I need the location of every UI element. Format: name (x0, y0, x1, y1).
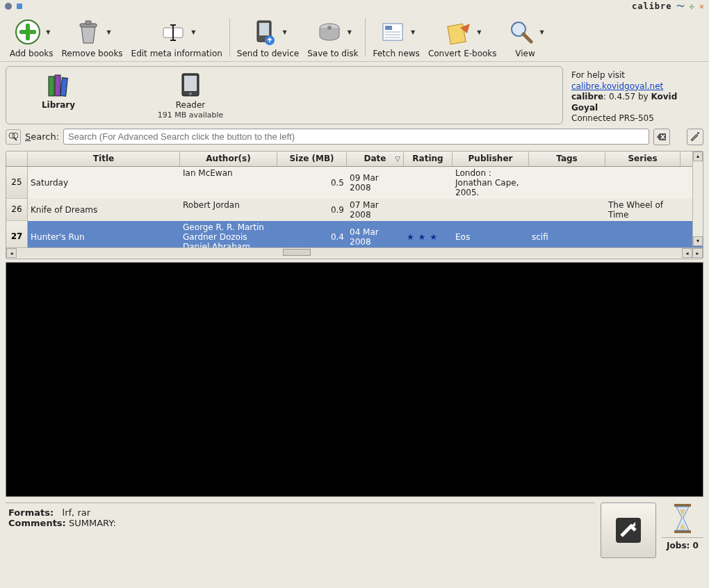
scroll-thumb[interactable] (283, 249, 311, 256)
cell-date: 07 Mar 2008 (347, 199, 404, 221)
chevron-down-icon[interactable]: ▼ (282, 29, 286, 35)
location-library[interactable]: Library (13, 71, 104, 121)
chevron-down-icon[interactable]: ▼ (348, 29, 352, 35)
edit-meta-button[interactable]: ▼ Edit meta information (127, 15, 227, 58)
jobs-panel[interactable]: Jobs: 0 (662, 503, 703, 550)
table-hscroll[interactable]: ◂ ◂ ▸ (6, 247, 703, 259)
convert-button[interactable]: ▼ Convert E-books (424, 15, 501, 58)
toolbar-separator (365, 18, 366, 57)
fetch-news-button[interactable]: ▼ Fetch news (368, 15, 423, 58)
svg-rect-36 (674, 530, 691, 533)
svg-rect-4 (19, 30, 36, 34)
svg-rect-1 (17, 3, 22, 9)
svg-rect-25 (55, 75, 60, 96)
svg-rect-12 (259, 23, 269, 35)
col-rating[interactable]: Rating (404, 152, 453, 166)
col-rownum[interactable] (6, 152, 28, 166)
svg-rect-6 (85, 21, 91, 24)
col-tags[interactable]: Tags (529, 152, 605, 166)
scroll-up-icon[interactable]: ▴ (693, 152, 703, 161)
scroll-left2-icon[interactable]: ◂ (682, 248, 692, 258)
jobs-label: Jobs: 0 (662, 537, 703, 550)
chevron-down-icon[interactable]: ▼ (411, 29, 415, 35)
table-vscroll[interactable]: ▴ ▾ (692, 152, 703, 246)
row-number: 25 (6, 167, 28, 199)
svg-rect-35 (674, 504, 691, 507)
hourglass-icon (670, 503, 695, 534)
scroll-down-icon[interactable]: ▾ (693, 236, 703, 246)
chevron-down-icon[interactable]: ▼ (106, 29, 111, 35)
cell-publisher: London : Jonathan Cape, 2005. (453, 167, 529, 199)
table-row[interactable]: 26Knife of DreamsRobert Jordan0.907 Mar … (6, 199, 703, 221)
scroll-right-icon[interactable]: ▸ (692, 248, 703, 258)
window-maximize-icon[interactable]: ✢ (690, 1, 695, 11)
cell-date: 09 Mar 2008 (347, 167, 404, 199)
search-input[interactable] (63, 129, 649, 145)
main-toolbar: ▼ Add books ▼ Remove books ▼ Edit meta i… (0, 13, 709, 62)
configure-button[interactable] (687, 129, 703, 145)
add-books-button[interactable]: ▼ Add books (6, 15, 58, 58)
cell-size: 0.9 (277, 199, 347, 221)
chevron-down-icon[interactable]: ▼ (477, 29, 481, 35)
plus-icon (13, 17, 43, 47)
book-details: Formats: lrf, rar Comments: SUMMARY: (6, 503, 595, 531)
search-label: Search: (25, 131, 59, 142)
cell-series: The Wheel of Time (605, 199, 681, 221)
col-author[interactable]: Author(s) (180, 152, 277, 166)
advanced-search-button[interactable] (6, 129, 21, 145)
cover-thumbnail[interactable] (601, 503, 656, 558)
cell-title: Saturday (28, 167, 180, 199)
search-clear-button[interactable] (653, 129, 670, 145)
col-size[interactable]: Size (MB) (277, 152, 347, 166)
svg-rect-28 (184, 76, 197, 91)
cell-series (605, 167, 681, 199)
svg-point-0 (5, 3, 12, 10)
cell-size: 0.5 (277, 167, 347, 199)
col-publisher[interactable]: Publisher (453, 152, 529, 166)
cell-publisher (453, 199, 529, 221)
table-row[interactable]: 25SaturdayIan McEwan0.509 Mar 2008London… (6, 167, 703, 199)
svg-rect-26 (60, 78, 68, 97)
cell-tags (529, 199, 605, 221)
window-titlebar: calibre 〜 ✢ ✕ (0, 0, 709, 13)
location-panel: Library Reader 191 MB available (6, 66, 563, 124)
svg-point-29 (189, 92, 192, 95)
send-device-button[interactable]: ▼ Send to device (233, 15, 303, 58)
cell-author: Ian McEwan (180, 167, 277, 199)
col-series[interactable]: Series (605, 152, 681, 166)
cell-author: Robert Jordan (180, 199, 277, 221)
cell-tags (529, 167, 605, 199)
textedit-icon (158, 17, 188, 47)
svg-point-15 (327, 26, 332, 30)
ereader-icon (177, 71, 204, 99)
chevron-down-icon[interactable]: ▼ (46, 29, 50, 35)
book-mini-icon (15, 2, 24, 10)
scroll-left-icon[interactable]: ◂ (6, 248, 17, 258)
books-icon (44, 71, 72, 99)
toolbar-separator (229, 18, 230, 57)
help-link[interactable]: calibre.kovidgoyal.net (571, 81, 663, 91)
svg-rect-33 (697, 132, 699, 134)
save-disk-button[interactable]: ▼ Save to disk (303, 15, 362, 58)
view-button[interactable]: ▼ View (501, 15, 550, 58)
chevron-down-icon[interactable]: ▼ (191, 29, 195, 35)
svg-point-32 (13, 133, 18, 138)
location-reader[interactable]: Reader 191 MB available (145, 71, 236, 121)
table-header: Title Author(s) Size (MB) Date Rating Pu… (6, 152, 703, 167)
window-minimize-icon[interactable]: 〜 (676, 1, 685, 13)
help-panel: For help visit calibre.kovidgoyal.net ca… (567, 66, 703, 124)
svg-line-23 (523, 34, 531, 42)
cell-title: Knife of Dreams (28, 199, 180, 221)
col-title[interactable]: Title (28, 152, 180, 166)
svg-rect-17 (385, 26, 392, 30)
harddrive-icon (314, 17, 345, 47)
col-date[interactable]: Date (347, 152, 404, 166)
cell-rating (404, 167, 453, 199)
search-bar: Search: (6, 129, 703, 145)
app-icon (4, 2, 13, 10)
app-name: calibre (632, 1, 672, 11)
remove-books-button[interactable]: ▼ Remove books (58, 15, 127, 58)
magnifier-icon (506, 17, 537, 47)
window-close-icon[interactable]: ✕ (699, 1, 705, 11)
chevron-down-icon[interactable]: ▼ (539, 29, 544, 35)
